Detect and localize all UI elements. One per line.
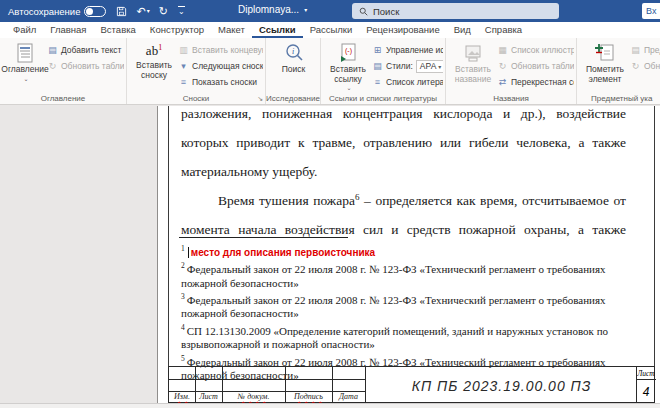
footnote-separator xyxy=(179,237,348,238)
svg-text:i: i xyxy=(291,47,293,56)
insert-caption-label: Вставить название xyxy=(449,65,497,84)
table-of-figures-label: Список иллюстраций xyxy=(511,45,574,55)
citation-style-select[interactable]: АРА ▾ xyxy=(416,60,443,73)
footnotes-area[interactable]: 1место для описания первоисточника 2Феде… xyxy=(181,242,631,383)
tab-file[interactable]: Файл xyxy=(6,22,43,38)
sheet-number: 4 xyxy=(637,380,655,403)
tab-view[interactable]: Вид xyxy=(447,22,478,38)
mark-entry-icon xyxy=(595,43,615,63)
footnote-marker: 4 xyxy=(181,323,185,332)
insert-index-button[interactable]: ▤ Предметн xyxy=(630,43,660,57)
undo-icon: ↶ xyxy=(136,6,145,17)
smart-lookup-button[interactable]: i Поиск xyxy=(272,41,316,75)
footnote-item[interactable]: 4СП 12.13130.2009 «Определение категорий… xyxy=(181,321,631,352)
group-label-citations: Ссылки и списки литературы xyxy=(321,94,445,103)
search-placeholder: Поиск xyxy=(373,6,399,17)
paragraph[interactable]: разложения, пониженная концентрация кисл… xyxy=(181,106,626,186)
insert-endnote-button[interactable]: ▥ Вставить концевую сноску xyxy=(178,43,263,57)
tab-references[interactable]: Ссылки xyxy=(252,22,303,38)
group-footnotes: ab1 Вставить сноску ▥ Вставить концевую … xyxy=(127,38,266,104)
tab-design[interactable]: Конструктор xyxy=(143,22,211,38)
citation-style-value: АРА xyxy=(420,61,436,71)
mark-entry-button[interactable]: Пометить элемент xyxy=(580,41,630,84)
dialog-launcher-icon[interactable]: ↘ xyxy=(257,95,263,103)
tab-insert[interactable]: Вставка xyxy=(94,22,143,38)
tab-mailings[interactable]: Рассылки xyxy=(303,22,360,38)
manage-sources-button[interactable]: ⊞ Управление источниками xyxy=(372,43,443,57)
customize-qat-button[interactable]: ⌄ xyxy=(177,6,185,16)
autosave-toggle[interactable] xyxy=(84,6,106,17)
update-figures-button[interactable]: ↻ Обновить таблицу xyxy=(497,59,574,73)
footnote-placeholder-text: место для описания первоисточника xyxy=(191,247,375,258)
update-toc-label: Обновить таблицу xyxy=(61,61,124,71)
autosave-label: Автосохранение xyxy=(8,6,80,17)
insert-index-label: Предметн xyxy=(644,45,660,55)
insert-footnote-button[interactable]: ab1 Вставить сноску xyxy=(130,41,178,80)
document-page[interactable]: разложения, пониженная концентрация кисл… xyxy=(157,106,660,403)
footnote-item[interactable]: 3Федеральный закон от 22 июля 2008 г. № … xyxy=(181,290,631,321)
group-label-footnotes: Сноски xyxy=(127,94,265,103)
update-index-label: Обновить xyxy=(644,61,660,71)
footnote-item[interactable]: 2Федеральный закон от 22 июля 2008 г. № … xyxy=(181,259,631,290)
add-text-icon: ▤ xyxy=(47,45,58,55)
next-footnote-button[interactable]: ▾ Следующая сноска ▾ xyxy=(178,59,263,73)
footnote-marker: 1 xyxy=(181,244,185,253)
tab-home[interactable]: Главная xyxy=(43,22,93,38)
sheet-label: Лист xyxy=(637,367,655,379)
index-icon: ▤ xyxy=(630,45,641,55)
save-button[interactable] xyxy=(116,6,127,17)
body-text[interactable]: разложения, пониженная концентрация кисл… xyxy=(181,106,626,244)
update-index-button[interactable]: ↻ Обновить xyxy=(630,59,660,73)
toc-button[interactable]: Оглавление ⌄ xyxy=(3,41,47,82)
style-icon: ▤ xyxy=(372,61,383,71)
tab-review[interactable]: Рецензирование xyxy=(359,22,446,38)
add-text-label: Добавить текст xyxy=(61,45,121,55)
word-window: Автосохранение ↶▾ ↻ ⌄ Diplomnaya... ▾ По… xyxy=(0,0,660,408)
title-bar: Автосохранение ↶▾ ↻ ⌄ Diplomnaya... ▾ По… xyxy=(0,0,660,22)
tb-label-podpis: Подпись xyxy=(285,390,332,402)
bibliography-button[interactable]: ≡ Список литературы ▾ xyxy=(372,75,443,89)
undo-button[interactable]: ↶▾ xyxy=(136,6,149,17)
insert-footnote-label: Вставить сноску xyxy=(130,61,178,80)
manage-sources-label: Управление источниками xyxy=(386,45,443,55)
update-figures-label: Обновить таблицу xyxy=(511,61,574,71)
show-notes-icon: ≡ xyxy=(178,77,189,87)
insert-citation-button[interactable]: (-) Вставить ссылку ⌄ xyxy=(324,41,372,91)
update-toc-button[interactable]: ↻ Обновить таблицу xyxy=(47,59,124,73)
title-block-line xyxy=(169,379,365,380)
tab-layout[interactable]: Макет xyxy=(211,22,252,38)
table-of-figures-button[interactable]: ▦ Список иллюстраций xyxy=(497,43,574,57)
tb-label-dokum: № докум. xyxy=(222,390,285,402)
update-index-icon: ↻ xyxy=(630,61,641,71)
document-title[interactable]: Diplomnaya... ▾ xyxy=(238,4,307,15)
next-footnote-label: Следующая сноска xyxy=(192,61,263,71)
tb-label-data: Дата xyxy=(332,390,365,402)
chevron-down-icon: ▾ xyxy=(304,6,307,13)
mark-entry-label: Пометить элемент xyxy=(580,65,630,84)
insert-caption-button[interactable]: Вставить название xyxy=(449,41,497,84)
group-label-research: Исследование xyxy=(266,94,320,103)
document-canvas[interactable]: разложения, пониженная концентрация кисл… xyxy=(0,106,660,403)
footnote-marker: 3 xyxy=(181,292,185,301)
bibliography-icon: ≡ xyxy=(372,77,383,87)
chevron-down-icon: ⌄ xyxy=(23,75,28,82)
show-notes-button[interactable]: ≡ Показать сноски xyxy=(178,75,263,89)
paragraph[interactable]: Время тушения пожара6 – определяется как… xyxy=(181,186,626,244)
footnote-item[interactable]: 1место для описания первоисточника xyxy=(181,242,631,259)
signin-button[interactable]: Вх xyxy=(642,3,660,19)
search-icon xyxy=(359,7,368,16)
cross-reference-label: Перекрестная ссылка xyxy=(511,77,574,87)
toc-button-label: Оглавление xyxy=(1,65,48,75)
search-input[interactable]: Поиск xyxy=(352,3,559,19)
smart-lookup-label: Поиск xyxy=(282,65,306,75)
redo-button[interactable]: ↻ xyxy=(159,6,168,17)
signin-label: Вх xyxy=(646,6,656,16)
next-footnote-icon: ▾ xyxy=(178,61,189,71)
cross-reference-button[interactable]: ⇄ Перекрестная ссылка xyxy=(497,75,574,89)
toggle-knob-icon xyxy=(86,8,93,15)
citation-style-row: ▤ Стили: АРА ▾ xyxy=(372,59,443,73)
autosave-control[interactable]: Автосохранение xyxy=(8,6,106,17)
add-text-button[interactable]: ▤ Добавить текст ▾ xyxy=(47,43,124,57)
tab-help[interactable]: Справка xyxy=(478,22,529,38)
insert-endnote-label: Вставить концевую сноску xyxy=(192,45,263,55)
